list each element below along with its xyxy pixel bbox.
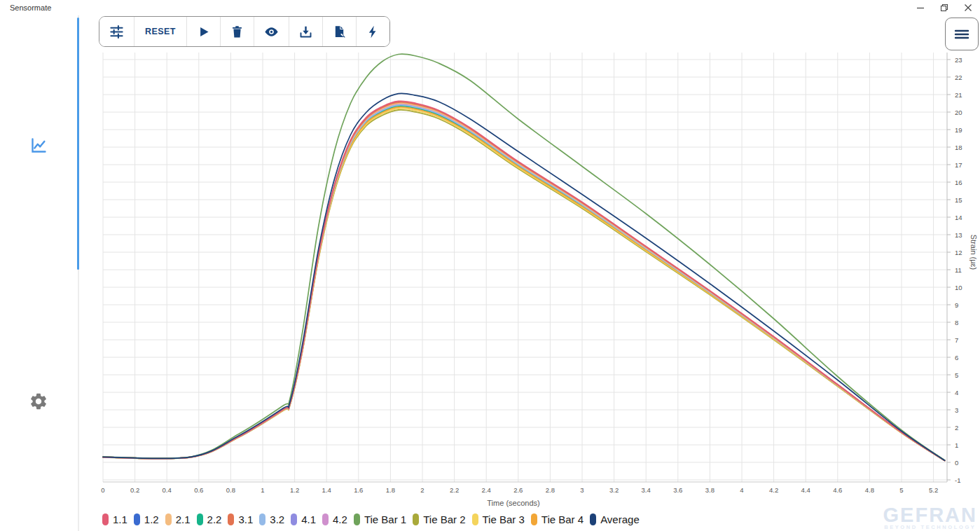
legend-item-average[interactable]: Average xyxy=(590,513,640,525)
legend-label: Tie Bar 2 xyxy=(423,513,465,525)
reset-button[interactable]: RESET xyxy=(134,17,187,46)
gridlines xyxy=(103,53,947,482)
download-button[interactable] xyxy=(289,17,323,46)
legend-item-2.1[interactable]: 2.1 xyxy=(165,513,191,525)
legend-marker xyxy=(322,513,329,525)
sidebar-scroll-thumb[interactable] xyxy=(77,18,79,270)
svg-text:12: 12 xyxy=(955,249,962,256)
delete-button[interactable] xyxy=(221,17,254,46)
svg-text:4.6: 4.6 xyxy=(833,486,842,494)
svg-text:15: 15 xyxy=(955,196,962,204)
gefran-watermark: GEFRAN BEYOND TECHNOLOGY xyxy=(883,506,977,530)
legend-marker xyxy=(413,513,419,525)
legend-label: Tie Bar 1 xyxy=(364,513,406,525)
restore-icon xyxy=(940,4,948,12)
tune-icon xyxy=(109,24,125,40)
window-controls xyxy=(909,0,980,15)
svg-text:4.4: 4.4 xyxy=(801,486,810,494)
axis-lines xyxy=(103,53,947,482)
svg-text:6: 6 xyxy=(955,354,958,361)
svg-text:3.8: 3.8 xyxy=(705,486,715,494)
svg-text:4.8: 4.8 xyxy=(865,486,874,494)
svg-text:23: 23 xyxy=(955,56,962,64)
tune-button[interactable] xyxy=(99,17,134,46)
x-axis-ticks: 00.20.40.60.811.21.41.61.822.22.42.62.83… xyxy=(101,486,938,494)
legend-item-3.1[interactable]: 3.1 xyxy=(228,513,253,525)
series-line-average xyxy=(103,93,945,460)
legend-item-3.2[interactable]: 3.2 xyxy=(259,513,284,525)
svg-text:2.4: 2.4 xyxy=(482,486,491,494)
series-line-2.1 xyxy=(103,103,945,460)
svg-text:0.2: 0.2 xyxy=(130,486,139,494)
svg-text:1: 1 xyxy=(261,486,264,494)
delete-icon xyxy=(230,25,244,39)
legend-item-1.2[interactable]: 1.2 xyxy=(134,513,159,525)
close-button[interactable] xyxy=(956,0,980,15)
close-icon xyxy=(964,4,972,12)
svg-text:4: 4 xyxy=(955,389,958,396)
bolt-button[interactable] xyxy=(357,17,389,46)
sidebar-item-settings[interactable] xyxy=(28,391,49,412)
legend-label: Average xyxy=(600,513,640,525)
legend-item-2.2[interactable]: 2.2 xyxy=(197,513,222,525)
svg-text:3: 3 xyxy=(580,486,584,494)
minimize-button[interactable] xyxy=(909,0,932,15)
legend-item-4.2[interactable]: 4.2 xyxy=(322,513,347,525)
menu-button[interactable] xyxy=(945,18,979,50)
svg-text:16: 16 xyxy=(955,179,962,186)
legend-label: 3.2 xyxy=(270,513,284,525)
play-button[interactable] xyxy=(187,17,221,46)
restore-button[interactable] xyxy=(932,0,956,15)
legend-marker xyxy=(291,513,297,525)
y-axis-title: Strain (µε) xyxy=(969,235,978,270)
legend-item-tie-bar-1[interactable]: Tie Bar 1 xyxy=(354,513,406,525)
legend-label: 4.1 xyxy=(301,513,316,525)
chart-canvas[interactable]: -101234567891011121314151617181920212223… xyxy=(98,46,980,508)
visibility-button[interactable] xyxy=(254,17,289,46)
legend-marker xyxy=(472,513,478,525)
svg-text:21: 21 xyxy=(955,91,962,99)
svg-text:1.2: 1.2 xyxy=(290,486,299,494)
legend-item-1.1[interactable]: 1.1 xyxy=(102,513,127,525)
bolt-icon xyxy=(366,25,380,39)
legend-item-4.1[interactable]: 4.1 xyxy=(291,513,316,525)
legend-label: 2.2 xyxy=(207,513,222,525)
svg-text:0.8: 0.8 xyxy=(226,486,235,494)
svg-text:2.2: 2.2 xyxy=(450,486,459,494)
svg-text:10: 10 xyxy=(955,284,962,291)
file-export-button[interactable] xyxy=(323,17,357,46)
svg-text:2: 2 xyxy=(955,424,958,432)
app-title: Sensormate xyxy=(10,4,51,12)
legend-marker xyxy=(134,513,140,525)
hamburger-icon xyxy=(953,26,970,43)
strain-chart[interactable]: -101234567891011121314151617181920212223… xyxy=(98,46,980,508)
svg-text:5.2: 5.2 xyxy=(929,486,938,494)
legend-marker xyxy=(228,513,234,525)
legend-marker xyxy=(354,513,360,525)
line-chart-icon xyxy=(29,136,48,155)
legend-label: 1.1 xyxy=(113,513,127,525)
svg-text:3.6: 3.6 xyxy=(673,486,682,494)
svg-text:0: 0 xyxy=(955,459,958,467)
series-line-tie-bar-4 xyxy=(103,107,945,461)
series-line-tie-bar-2 xyxy=(103,110,945,461)
legend-item-tie-bar-3[interactable]: Tie Bar 3 xyxy=(472,513,525,525)
legend-label: 3.1 xyxy=(238,513,253,525)
gefran-logo: GEFRAN xyxy=(883,506,977,524)
legend-item-tie-bar-4[interactable]: Tie Bar 4 xyxy=(531,513,584,525)
series-line-1.2 xyxy=(103,105,945,460)
svg-text:2.6: 2.6 xyxy=(513,486,523,494)
legend-label: 4.2 xyxy=(333,513,347,525)
sidebar-item-chart[interactable] xyxy=(28,135,49,156)
svg-text:1.8: 1.8 xyxy=(386,486,395,494)
play-icon xyxy=(196,25,211,39)
gefran-tagline: BEYOND TECHNOLOGY xyxy=(883,524,977,530)
title-bar: Sensormate xyxy=(0,0,980,15)
chart-legend: 1.11.22.12.23.13.24.14.2Tie Bar 1Tie Bar… xyxy=(102,513,646,525)
legend-item-tie-bar-2[interactable]: Tie Bar 2 xyxy=(413,513,465,525)
legend-label: Tie Bar 3 xyxy=(483,513,525,525)
svg-text:2.8: 2.8 xyxy=(546,486,555,494)
series-line-tie-bar-3 xyxy=(103,109,945,461)
svg-text:4: 4 xyxy=(740,486,743,494)
svg-text:13: 13 xyxy=(955,231,962,239)
